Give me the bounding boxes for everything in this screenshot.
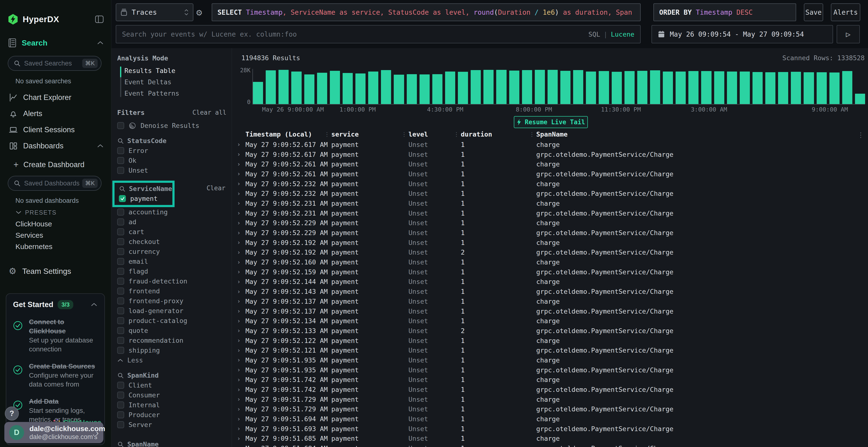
histogram-bar[interactable] (676, 72, 686, 104)
table-row[interactable]: › May 27 9:09:52.159 AM payment Unset 1 … (232, 267, 868, 277)
table-row[interactable]: › May 27 9:09:51.729 AM payment Unset 1 … (232, 404, 868, 414)
histogram-bar[interactable] (804, 72, 814, 104)
filter-option[interactable]: shipping (117, 345, 226, 355)
filter-option[interactable]: Error (117, 146, 226, 156)
histogram-bar[interactable] (330, 71, 340, 104)
sidebar-item-dashboards[interactable]: Dashboards (9, 140, 104, 152)
histogram-bar[interactable] (727, 72, 737, 104)
get-started-item[interactable]: Connect to ClickHouse Set up your databa… (13, 317, 98, 353)
search-icon[interactable] (119, 185, 126, 192)
select-clause-editor[interactable]: SELECT Timestamp, ServiceName as service… (212, 3, 641, 21)
column-header-timestamp[interactable]: Timestamp (Local) (245, 131, 331, 138)
histogram-bar[interactable] (343, 73, 353, 104)
table-row[interactable]: › May 27 9:09:51.729 AM payment Unset 1 … (232, 394, 868, 404)
sidebar-item-chart-explorer[interactable]: Chart Explorer (9, 92, 104, 104)
filter-option[interactable]: Client (117, 380, 226, 390)
checkbox[interactable] (117, 122, 124, 129)
filter-option[interactable]: flagd (117, 266, 226, 276)
checkbox[interactable] (117, 287, 124, 295)
histogram-bar[interactable] (842, 71, 852, 104)
table-row[interactable]: › May 27 9:09:52.231 AM payment Unset 1 … (232, 208, 868, 218)
clear-all-filters-link[interactable]: Clear all (192, 109, 226, 116)
filter-option[interactable]: Unset (117, 166, 226, 175)
saved-dashboards-input[interactable]: ⌘K (8, 176, 101, 191)
table-row[interactable]: › May 27 9:09:51.693 AM payment Unset 1 … (232, 424, 868, 434)
checkbox[interactable] (117, 337, 124, 344)
table-row[interactable]: › May 27 9:09:52.232 AM payment Unset 1 … (232, 188, 868, 199)
histogram-bar[interactable] (407, 74, 417, 104)
lang-lucene[interactable]: Lucene (611, 31, 634, 38)
checkbox[interactable] (117, 347, 124, 354)
table-row[interactable]: › May 27 9:09:52.261 AM payment Unset 1 … (232, 169, 868, 179)
row-expand-chevron[interactable]: › (236, 288, 245, 295)
checkbox-checked[interactable] (119, 195, 126, 202)
row-expand-chevron[interactable]: › (236, 249, 245, 256)
filter-option[interactable]: currency (117, 247, 226, 256)
filter-option[interactable]: checkout (117, 237, 226, 247)
table-row[interactable]: › May 27 9:09:52.133 AM payment Unset 2 … (232, 326, 868, 336)
mode-event-patterns[interactable]: Event Patterns (124, 88, 226, 99)
chevron-up-icon[interactable] (97, 40, 104, 45)
checkbox[interactable] (117, 218, 124, 226)
row-expand-chevron[interactable]: › (236, 425, 245, 432)
saved-dashboards-field[interactable] (24, 180, 82, 187)
sidebar-item-team-settings[interactable]: ⚙ Team Settings (9, 265, 71, 277)
checkbox[interactable] (117, 258, 124, 265)
sidebar-item-alerts[interactable]: Alerts (9, 108, 104, 120)
sidebar-item-client-sessions[interactable]: Client Sessions (9, 124, 104, 136)
user-menu[interactable]: D dale@clickhouse.com dale@clickhouse.co… (4, 422, 103, 443)
histogram-bar[interactable] (714, 71, 724, 104)
histogram-bar[interactable] (317, 73, 327, 104)
row-expand-chevron[interactable]: › (236, 190, 245, 197)
table-row[interactable]: › May 27 9:09:52.192 AM payment Unset 1 … (232, 238, 868, 248)
presets-toggle[interactable]: PRESETS (16, 208, 57, 217)
table-row[interactable]: › May 27 9:09:52.137 AM payment Unset 1 … (232, 297, 868, 306)
search-icon[interactable] (117, 441, 124, 447)
column-drag-handle[interactable]: ⋮ (401, 131, 407, 138)
table-row[interactable]: › May 27 9:09:52.617 AM payment Unset 1 … (232, 140, 868, 149)
histogram-bar[interactable] (855, 94, 865, 104)
chevron-up-icon[interactable] (90, 302, 98, 307)
preset-clickhouse[interactable]: ClickHouse (16, 219, 52, 229)
histogram-bar[interactable] (368, 72, 378, 104)
histogram-bar[interactable] (432, 74, 442, 104)
table-options-kebab-icon[interactable]: ⋮ (858, 131, 864, 139)
row-expand-chevron[interactable]: › (236, 230, 245, 236)
table-row[interactable]: › May 27 9:09:51.685 AM payment Unset 1 … (232, 434, 868, 444)
row-expand-chevron[interactable]: › (236, 141, 245, 148)
search-icon[interactable] (117, 372, 124, 379)
filter-option[interactable]: quote (117, 325, 226, 336)
row-expand-chevron[interactable]: › (236, 337, 245, 344)
histogram-bar[interactable] (586, 72, 596, 104)
row-expand-chevron[interactable]: › (236, 396, 245, 403)
histogram-bar[interactable] (612, 72, 622, 104)
histogram-bar[interactable] (637, 71, 647, 104)
histogram-bar[interactable] (484, 70, 494, 104)
clear-servicename-link[interactable]: Clear (207, 184, 225, 192)
row-expand-chevron[interactable]: › (236, 180, 245, 187)
row-expand-chevron[interactable]: › (236, 151, 245, 158)
histogram-bar[interactable] (266, 70, 276, 104)
histogram-bar[interactable] (701, 71, 711, 104)
row-expand-chevron[interactable]: › (236, 367, 245, 373)
histogram-bar[interactable] (830, 72, 840, 104)
time-range-picker[interactable]: May 26 09:09:54 - May 27 09:09:54 (651, 25, 833, 43)
filter-option[interactable]: Ok (117, 156, 226, 166)
row-expand-chevron[interactable]: › (236, 259, 245, 266)
row-expand-chevron[interactable]: › (236, 298, 245, 305)
checkbox[interactable] (117, 327, 124, 334)
checkbox[interactable] (117, 147, 124, 154)
row-expand-chevron[interactable]: › (236, 357, 245, 364)
histogram-bar[interactable] (535, 70, 545, 104)
saved-searches-field[interactable] (24, 60, 82, 67)
table-row[interactable]: › May 27 9:09:52.617 AM payment Unset 1 … (232, 149, 868, 160)
checkbox[interactable] (117, 402, 124, 409)
query-language-toggle[interactable]: SQL | Lucene (588, 31, 634, 38)
table-row[interactable]: › May 27 9:09:52.261 AM payment Unset 1 … (232, 159, 868, 169)
mode-event-deltas[interactable]: Event Deltas (124, 76, 226, 88)
lang-sql[interactable]: SQL (588, 31, 600, 38)
histogram-bar[interactable] (471, 70, 481, 104)
checkbox[interactable] (117, 248, 124, 255)
resume-live-tail-button[interactable]: Resume Live Tail (514, 116, 588, 128)
histogram-bar[interactable] (599, 71, 609, 104)
